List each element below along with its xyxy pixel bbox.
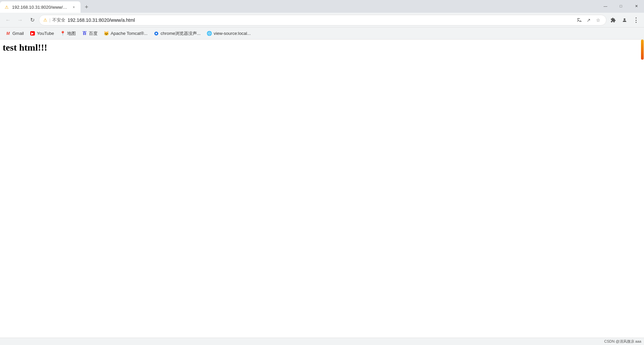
bookmark-maps[interactable]: 📍 地图 <box>57 29 78 38</box>
page-content: test html!!! <box>0 40 644 338</box>
translate-button[interactable] <box>575 16 583 24</box>
gmail-favicon: M <box>5 31 11 36</box>
tab-bar: ⚠ 192.168.10.31:8020/www/a.htm × + — □ ✕ <box>0 0 644 13</box>
status-text: CSDN @清风微凉 aaa <box>604 339 641 344</box>
bookmark-baidu[interactable]: 百 百度 <box>79 29 100 38</box>
view-source-favicon: 🌐 <box>207 31 212 36</box>
toolbar-right: ⋮ <box>608 15 641 25</box>
maximize-button[interactable]: □ <box>613 1 629 11</box>
bookmark-tomcat-label: Apache Tomcat®... <box>111 31 148 36</box>
forward-button[interactable]: → <box>15 15 25 25</box>
toolbar: ← → ↻ ⚠ | 不安全 ↗ ☆ ⋮ <box>0 13 644 27</box>
active-tab[interactable]: ⚠ 192.168.10.31:8020/www/a.htm × <box>0 1 80 13</box>
address-bar[interactable]: ⚠ | 不安全 ↗ ☆ <box>39 15 606 25</box>
tab-favicon-icon: ⚠ <box>5 5 9 10</box>
bookmark-view-source-label: view-source:local... <box>214 31 251 36</box>
page-heading: test html!!! <box>3 42 641 53</box>
bookmark-youtube[interactable]: ▶ YouTube <box>27 30 57 38</box>
bookmark-baidu-label: 百度 <box>89 31 98 37</box>
chrome-window: ⚠ 192.168.10.31:8020/www/a.htm × + — □ ✕… <box>0 0 644 345</box>
security-warning-icon: ⚠ <box>43 17 47 22</box>
bookmark-chrome-sounds[interactable]: chrome浏览器没声... <box>151 29 203 38</box>
bookmark-tomcat[interactable]: 🐱 Apache Tomcat®... <box>101 30 150 38</box>
baidu-favicon: 百 <box>82 31 87 36</box>
bookmarks-bar: M Gmail ▶ YouTube 📍 地图 百 百度 🐱 Apa <box>0 27 644 40</box>
tomcat-favicon: 🐱 <box>104 31 109 36</box>
new-tab-button[interactable]: + <box>82 2 91 12</box>
chrome-menu-button[interactable]: ⋮ <box>631 15 641 25</box>
bookmark-gmail-label: Gmail <box>12 31 24 36</box>
close-button[interactable]: ✕ <box>629 1 644 11</box>
bookmark-view-source[interactable]: 🌐 view-source:local... <box>204 30 254 38</box>
page-body: test html!!! <box>0 40 644 56</box>
address-separator: | <box>49 17 50 22</box>
tab-title: 192.168.10.31:8020/www/a.htm <box>12 5 68 10</box>
bookmark-star-button[interactable]: ☆ <box>594 16 602 24</box>
extensions-button[interactable] <box>608 15 619 25</box>
scrollbar-track[interactable] <box>640 40 644 338</box>
scrollbar-thumb[interactable] <box>641 40 644 60</box>
minimize-button[interactable]: — <box>598 1 613 11</box>
profile-button[interactable] <box>619 15 630 25</box>
insecure-label: 不安全 <box>52 17 65 23</box>
address-right-icons: ↗ ☆ <box>575 16 602 24</box>
window-controls: — □ ✕ <box>598 1 644 13</box>
back-button[interactable]: ← <box>3 15 13 25</box>
status-bar: CSDN @清风微凉 aaa <box>0 338 644 345</box>
bookmark-maps-label: 地图 <box>67 31 76 37</box>
tab-bar-left: ⚠ 192.168.10.31:8020/www/a.htm × + <box>0 1 598 13</box>
reload-button[interactable]: ↻ <box>27 15 38 25</box>
youtube-favicon: ▶ <box>30 31 35 36</box>
url-input[interactable] <box>67 17 573 23</box>
tab-favicon: ⚠ <box>4 4 9 10</box>
bookmark-youtube-label: YouTube <box>37 31 54 36</box>
maps-favicon: 📍 <box>60 31 65 36</box>
svg-point-0 <box>624 18 625 20</box>
svg-point-2 <box>156 33 157 34</box>
bookmark-gmail[interactable]: M Gmail <box>3 30 26 38</box>
tab-close-button[interactable]: × <box>71 4 76 10</box>
share-button[interactable]: ↗ <box>585 16 593 24</box>
bookmark-chrome-sounds-label: chrome浏览器没声... <box>161 31 201 37</box>
chrome-sounds-favicon <box>154 31 159 36</box>
